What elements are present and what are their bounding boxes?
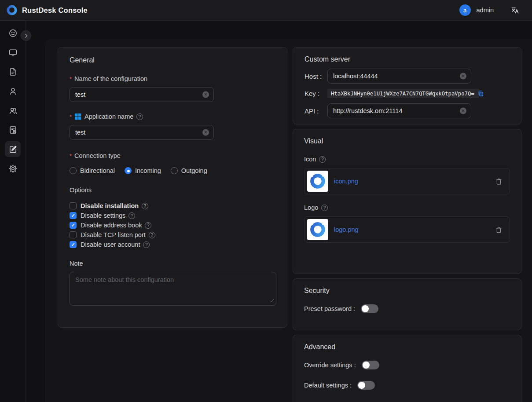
icon-file-link[interactable]: icon.png — [334, 178, 358, 185]
logo-upload-box: logo.png — [304, 216, 510, 243]
config-name-input[interactable] — [70, 87, 214, 102]
help-icon[interactable]: ? — [319, 156, 326, 163]
radio-circle[interactable] — [171, 167, 178, 174]
help-icon[interactable]: ? — [321, 205, 328, 211]
option-disable-settings[interactable]: Disable settings ? — [70, 211, 275, 220]
app-name-input[interactable] — [70, 125, 214, 140]
security-title: Security — [304, 287, 510, 295]
security-card: Security Preset password : — [293, 278, 521, 330]
visual-title: Visual — [304, 137, 510, 145]
help-icon[interactable]: ? — [128, 212, 135, 219]
username[interactable]: admin — [477, 7, 494, 14]
radio-circle[interactable] — [70, 167, 77, 174]
document-icon — [8, 67, 18, 77]
app-title: RustDesk Console — [22, 6, 88, 15]
option-disable-address-book[interactable]: Disable address book ? — [70, 220, 275, 230]
trash-icon[interactable] — [495, 178, 503, 185]
windows-logo-icon — [74, 113, 81, 120]
required-mark: * — [70, 113, 72, 120]
default-settings-toggle[interactable] — [357, 381, 375, 390]
logo-thumbnail — [307, 219, 328, 240]
sidebar-item-logs[interactable] — [5, 64, 21, 80]
topbar: RustDesk Console a admin — [0, 0, 532, 21]
option-disable-installation[interactable]: Disable installation ? — [70, 201, 275, 211]
radio-bidirectional[interactable]: Bidirectional — [70, 167, 115, 174]
preset-password-row: Preset password : — [304, 304, 510, 313]
users-icon — [8, 106, 18, 115]
option-disable-tcp-listen-port[interactable]: Disable TCP listen port ? — [70, 230, 275, 240]
icon-upload-box: icon.png — [304, 168, 510, 194]
help-icon[interactable]: ? — [149, 232, 155, 238]
sidebar-item-audit[interactable] — [5, 122, 21, 138]
default-settings-row: Default settings : — [304, 381, 510, 390]
checkbox[interactable] — [70, 222, 77, 229]
checkbox[interactable] — [70, 212, 77, 219]
radio-incoming[interactable]: Incoming — [125, 167, 161, 174]
icon-thumbnail — [307, 171, 328, 192]
sidebar-item-devices[interactable] — [5, 44, 21, 60]
checkbox[interactable] — [70, 231, 77, 238]
checkbox[interactable] — [70, 241, 77, 248]
general-card: General * Name of the configuration ✕ * — [58, 47, 287, 328]
clear-icon[interactable]: ✕ — [460, 73, 466, 80]
connection-type-label: Connection type — [74, 152, 121, 159]
help-icon[interactable]: ? — [143, 241, 150, 248]
avatar[interactable]: a — [459, 4, 471, 16]
sidebar — [0, 21, 26, 402]
logo-file-link[interactable]: logo.png — [334, 226, 359, 233]
clear-icon[interactable]: ✕ — [460, 108, 466, 114]
custom-server-card: Custom server Host : ✕ Key : HtaXBkJNHyn… — [293, 47, 521, 124]
icon-label-row: Icon ? — [304, 156, 510, 163]
sidebar-expand-button[interactable] — [21, 30, 31, 41]
option-disable-user-account[interactable]: Disable user account ? — [70, 240, 275, 249]
rustdesk-logo-icon — [6, 4, 18, 16]
visual-card: Visual Icon ? icon.png — [293, 129, 521, 274]
key-label: Key : — [305, 90, 327, 97]
api-input[interactable] — [327, 103, 471, 118]
app-name-label: Application name — [84, 113, 133, 120]
copy-icon[interactable] — [477, 90, 484, 97]
radio-outgoing[interactable]: Outgoing — [171, 167, 207, 174]
icon-label: Icon — [304, 156, 316, 163]
resize-grip-icon[interactable] — [270, 296, 274, 304]
note-label: Note — [70, 260, 275, 267]
note-textarea[interactable] — [70, 272, 276, 306]
key-value: HtaXBkJNHyn0e1U1jWXze7A7CN7QTGWqxkOtpaVp… — [331, 91, 474, 97]
logo-label: Logo — [304, 204, 318, 211]
help-icon[interactable]: ? — [142, 203, 148, 209]
sidebar-item-status[interactable] — [5, 25, 21, 41]
sidebar-item-users[interactable] — [5, 83, 21, 99]
host-input[interactable] — [327, 69, 471, 84]
help-icon[interactable]: ? — [136, 113, 143, 120]
override-settings-row: Override settings : — [304, 361, 510, 369]
host-row: Host : ✕ — [305, 69, 510, 84]
preset-password-label: Preset password : — [304, 305, 355, 312]
sidebar-item-groups[interactable] — [5, 102, 21, 118]
config-name-label-row: * Name of the configuration — [70, 75, 275, 82]
language-translate-icon[interactable] — [510, 5, 520, 15]
help-icon[interactable]: ? — [145, 222, 151, 229]
sidebar-item-console-edit[interactable] — [5, 141, 21, 157]
required-mark: * — [70, 153, 72, 159]
smiley-icon — [8, 29, 18, 38]
settings-gear-icon — [8, 164, 18, 173]
sidebar-item-settings[interactable] — [5, 161, 21, 176]
chevron-right-icon — [23, 33, 29, 39]
logo-label-row: Logo ? — [304, 204, 510, 211]
api-row: API : ✕ — [305, 103, 510, 118]
key-row: Key : HtaXBkJNHyn0e1U1jWXze7A7CN7QTGWqxk… — [305, 89, 510, 98]
brand: RustDesk Console — [6, 4, 88, 16]
trash-icon[interactable] — [495, 226, 503, 234]
key-value-strip: HtaXBkJNHyn0e1U1jWXze7A7CN7QTGWqxkOtpaVp… — [327, 89, 479, 98]
advanced-card: Advanced Override settings : Default set… — [293, 335, 521, 402]
user-icon — [8, 87, 18, 96]
checkbox[interactable] — [70, 202, 77, 209]
options-list: Disable installation ? Disable settings … — [70, 201, 275, 249]
preset-password-toggle[interactable] — [361, 304, 378, 313]
override-settings-toggle[interactable] — [362, 361, 379, 369]
advanced-title: Advanced — [304, 343, 510, 351]
radio-circle[interactable] — [125, 167, 132, 174]
clear-icon[interactable]: ✕ — [202, 91, 209, 98]
clear-icon[interactable]: ✕ — [202, 129, 209, 136]
general-title: General — [70, 56, 275, 64]
